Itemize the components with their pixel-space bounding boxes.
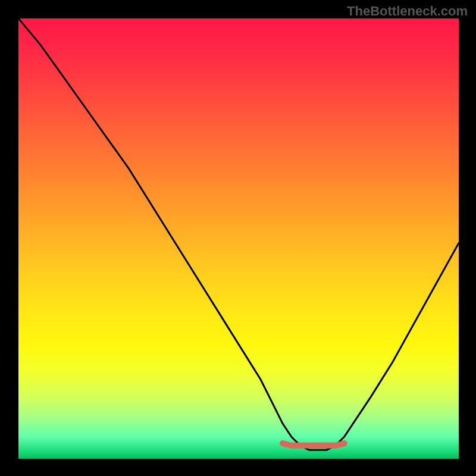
attribution-text: TheBottleneck.com (347, 4, 468, 19)
optimal-range-marker-line (283, 443, 345, 446)
chart-plot-area (18, 18, 459, 459)
chart-svg (18, 18, 459, 459)
bottleneck-curve-line (18, 18, 459, 450)
